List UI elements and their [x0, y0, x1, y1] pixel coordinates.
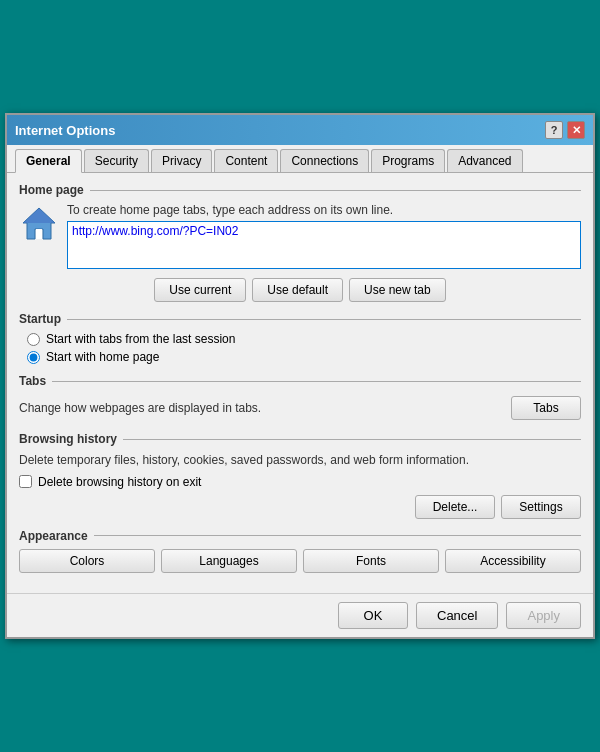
startup-option2-row: Start with home page — [27, 350, 581, 364]
homepage-section: Home page To create home page tabs, type… — [19, 183, 581, 302]
dialog-footer: OK Cancel Apply — [7, 593, 593, 637]
ok-button[interactable]: OK — [338, 602, 408, 629]
tab-security[interactable]: Security — [84, 149, 149, 172]
delete-history-checkbox-row: Delete browsing history on exit — [19, 475, 581, 489]
apply-button[interactable]: Apply — [506, 602, 581, 629]
accessibility-button[interactable]: Accessibility — [445, 549, 581, 573]
settings-button[interactable]: Settings — [501, 495, 581, 519]
svg-marker-2 — [23, 208, 55, 223]
startup-option2-label: Start with home page — [46, 350, 159, 364]
appearance-buttons: Colors Languages Fonts Accessibility — [19, 549, 581, 573]
tab-content[interactable]: Content — [214, 149, 278, 172]
history-buttons: Delete... Settings — [19, 495, 581, 519]
tab-connections[interactable]: Connections — [280, 149, 369, 172]
fonts-button[interactable]: Fonts — [303, 549, 439, 573]
browsing-history-description: Delete temporary files, history, cookies… — [19, 452, 581, 469]
internet-options-dialog: Internet Options ? ✕ General Security Pr… — [5, 113, 595, 639]
dialog-content: Home page To create home page tabs, type… — [7, 173, 593, 593]
delete-history-checkbox[interactable] — [19, 475, 32, 488]
startup-section-header: Startup — [19, 312, 581, 326]
tab-privacy[interactable]: Privacy — [151, 149, 212, 172]
homepage-section-header: Home page — [19, 183, 581, 197]
house-icon — [19, 203, 59, 243]
homepage-right: To create home page tabs, type each addr… — [67, 203, 581, 272]
homepage-content: To create home page tabs, type each addr… — [19, 203, 581, 272]
startup-option1-row: Start with tabs from the last session — [27, 332, 581, 346]
startup-option2-radio[interactable] — [27, 351, 40, 364]
homepage-url-input[interactable] — [67, 221, 581, 269]
appearance-section: Appearance Colors Languages Fonts Access… — [19, 529, 581, 573]
tab-advanced[interactable]: Advanced — [447, 149, 522, 172]
tabs-section-header: Tabs — [19, 374, 581, 388]
tabs-button[interactable]: Tabs — [511, 396, 581, 420]
tabs-bar: General Security Privacy Content Connect… — [7, 145, 593, 173]
startup-option1-radio[interactable] — [27, 333, 40, 346]
use-default-button[interactable]: Use default — [252, 278, 343, 302]
startup-section: Startup Start with tabs from the last se… — [19, 312, 581, 364]
close-button[interactable]: ✕ — [567, 121, 585, 139]
help-button[interactable]: ? — [545, 121, 563, 139]
title-bar-controls: ? ✕ — [545, 121, 585, 139]
tab-general[interactable]: General — [15, 149, 82, 173]
browsing-history-header: Browsing history — [19, 432, 581, 446]
title-bar: Internet Options ? ✕ — [7, 115, 593, 145]
languages-button[interactable]: Languages — [161, 549, 297, 573]
browsing-history-section: Browsing history Delete temporary files,… — [19, 432, 581, 519]
startup-options: Start with tabs from the last session St… — [19, 332, 581, 364]
delete-history-label: Delete browsing history on exit — [38, 475, 201, 489]
tabs-section-content: Change how webpages are displayed in tab… — [19, 394, 581, 422]
dialog-title: Internet Options — [15, 123, 115, 138]
homepage-description: To create home page tabs, type each addr… — [67, 203, 581, 217]
colors-button[interactable]: Colors — [19, 549, 155, 573]
cancel-button[interactable]: Cancel — [416, 602, 498, 629]
svg-rect-1 — [36, 229, 42, 239]
homepage-buttons: Use current Use default Use new tab — [19, 278, 581, 302]
appearance-section-header: Appearance — [19, 529, 581, 543]
tabs-settings-section: Tabs Change how webpages are displayed i… — [19, 374, 581, 422]
use-current-button[interactable]: Use current — [154, 278, 246, 302]
tab-programs[interactable]: Programs — [371, 149, 445, 172]
delete-button[interactable]: Delete... — [415, 495, 495, 519]
use-newtab-button[interactable]: Use new tab — [349, 278, 446, 302]
startup-option1-label: Start with tabs from the last session — [46, 332, 235, 346]
tabs-description: Change how webpages are displayed in tab… — [19, 401, 261, 415]
